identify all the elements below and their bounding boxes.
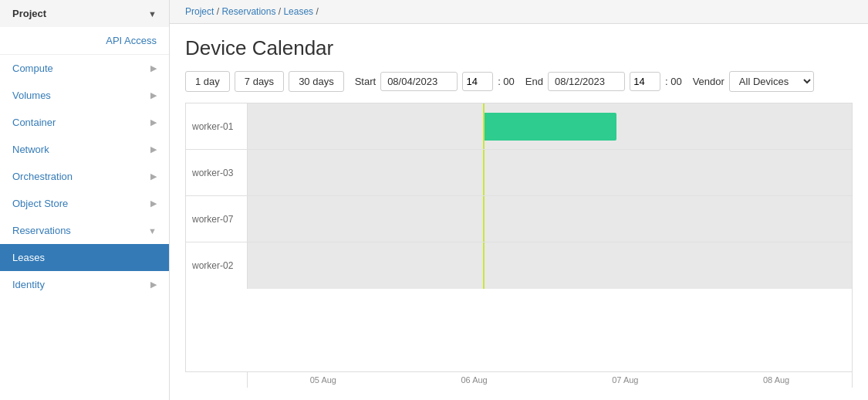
page-title: Device Calendar	[185, 36, 853, 60]
row-content-worker02	[248, 242, 852, 289]
sidebar-item-reservations[interactable]: Reservations ▼	[0, 217, 169, 244]
start-label: Start	[355, 76, 376, 87]
chevron-right-icon: ▶	[150, 280, 157, 290]
row-label-worker03: worker-03	[186, 150, 248, 195]
sidebar-label: Reservations	[12, 225, 71, 236]
end-label: End	[525, 76, 543, 87]
vendor-label: Vendor	[693, 76, 724, 87]
row-label-worker01: worker-01	[186, 103, 248, 149]
start-colon: : 00	[498, 76, 515, 87]
sidebar-item-object-store[interactable]: Object Store ▶	[0, 190, 169, 217]
table-row: worker-01	[186, 103, 852, 150]
sidebar-item-volumes[interactable]: Volumes ▶	[0, 82, 169, 109]
chevron-right-icon: ▶	[150, 144, 157, 154]
table-row: worker-03	[186, 150, 852, 196]
sidebar-item-container[interactable]: Container ▶	[0, 109, 169, 136]
api-access-label: API Access	[106, 35, 157, 46]
chevron-right-icon: ▶	[150, 171, 157, 181]
sidebar-item-leases[interactable]: Leases	[0, 244, 169, 271]
row-content-worker01	[248, 103, 852, 149]
btn-30days[interactable]: 30 days	[289, 71, 344, 92]
end-hour-input[interactable]	[630, 72, 660, 91]
sidebar-label: Leases	[12, 252, 45, 263]
sidebar-item-network[interactable]: Network ▶	[0, 136, 169, 163]
sidebar-project-label: Project	[12, 8, 46, 19]
sidebar-item-project[interactable]: Project ▼	[0, 0, 169, 27]
toolbar: 1 day 7 days 30 days Start : 00 End : 00…	[185, 71, 853, 92]
sidebar-item-orchestration[interactable]: Orchestration ▶	[0, 163, 169, 190]
sidebar-label: Container	[12, 117, 56, 128]
axis-label-07aug: 07 Aug	[550, 375, 701, 385]
chevron-right-icon: ▶	[150, 198, 157, 208]
chevron-right-icon: ▶	[150, 63, 157, 73]
sidebar-label: Orchestration	[12, 171, 73, 182]
end-date-input[interactable]	[548, 72, 625, 91]
breadcrumb-reservations[interactable]: Reservations	[221, 6, 275, 17]
axis-label-06aug: 06 Aug	[399, 375, 550, 385]
main-panel: Project / Reservations / Leases / Device…	[170, 0, 868, 400]
chevron-right-icon: ▶	[150, 90, 157, 100]
row-content-worker07	[248, 196, 852, 242]
sidebar-label: Object Store	[12, 198, 68, 209]
table-row: worker-02	[186, 242, 852, 289]
row-label-worker02: worker-02	[186, 242, 248, 289]
breadcrumb: Project / Reservations / Leases /	[170, 0, 868, 24]
btn-1day[interactable]: 1 day	[185, 71, 230, 92]
sidebar-label: Volumes	[12, 90, 51, 101]
breadcrumb-leases[interactable]: Leases	[283, 6, 313, 17]
table-row: worker-07	[186, 196, 852, 242]
calendar: worker-01 worker-03 worker-07	[185, 103, 853, 388]
chevron-down-icon: ▼	[148, 226, 157, 236]
calendar-grid: worker-01 worker-03 worker-07	[185, 103, 853, 372]
sidebar-label: Compute	[12, 63, 53, 74]
sidebar-item-compute[interactable]: Compute ▶	[0, 54, 169, 82]
row-label-worker07: worker-07	[186, 196, 248, 242]
vendor-select[interactable]: All Devices Vendor A Vendor B	[729, 71, 814, 92]
chevron-right-icon: ▶	[150, 117, 157, 127]
breadcrumb-project[interactable]: Project	[185, 6, 214, 17]
sidebar-item-api-access[interactable]: API Access	[0, 27, 169, 54]
sidebar-label: Network	[12, 144, 49, 155]
axis-label-05aug: 05 Aug	[248, 375, 399, 385]
timeline-axis: 05 Aug 06 Aug 07 Aug 08 Aug	[247, 372, 853, 388]
sidebar-label: Identity	[12, 279, 45, 290]
end-colon: : 00	[665, 76, 682, 87]
start-hour-input[interactable]	[462, 72, 493, 91]
btn-7days[interactable]: 7 days	[235, 71, 284, 92]
row-content-worker03	[248, 150, 852, 195]
start-date-input[interactable]	[380, 72, 458, 91]
sidebar: Project ▼ API Access Compute ▶ Volumes ▶…	[0, 0, 170, 400]
axis-label-08aug: 08 Aug	[701, 375, 852, 385]
content-area: Device Calendar 1 day 7 days 30 days Sta…	[170, 24, 868, 400]
sidebar-item-identity[interactable]: Identity ▶	[0, 271, 169, 298]
chevron-down-icon: ▼	[148, 9, 157, 19]
